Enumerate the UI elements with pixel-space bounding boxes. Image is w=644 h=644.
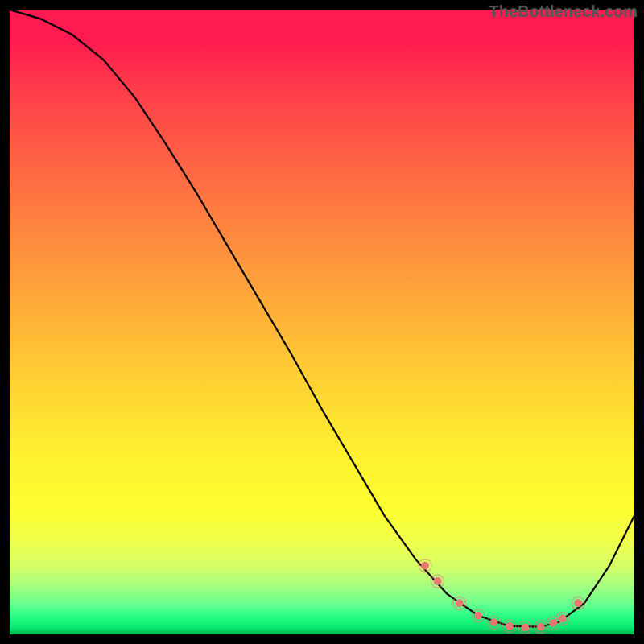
marker-dot (506, 622, 514, 630)
chart-container: TheBottleneck.com (0, 0, 644, 644)
marker-dot (421, 562, 429, 570)
marker-dot (537, 623, 545, 631)
bottleneck-curve (10, 10, 634, 627)
marker-dot (559, 615, 567, 623)
marker-dot (489, 618, 497, 626)
marker-dot (474, 612, 482, 620)
marker-dot (521, 623, 529, 631)
watermark-text: TheBottleneck.com (489, 2, 638, 21)
marker-dot (434, 577, 442, 585)
chart-svg (10, 10, 634, 634)
plot-area (10, 10, 634, 634)
marker-dot (456, 599, 464, 607)
marker-dot (574, 599, 582, 607)
